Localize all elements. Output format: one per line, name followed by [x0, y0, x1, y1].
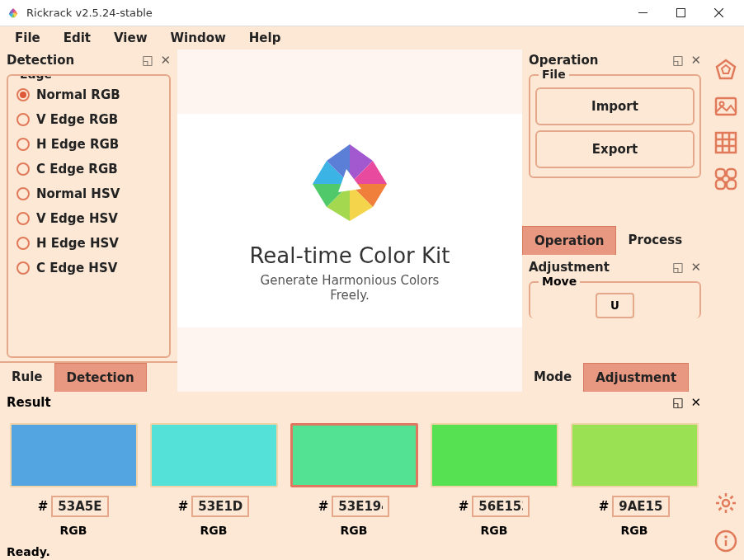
close-button[interactable]: [699, 1, 737, 26]
titlebar: Rickrack v2.5.24-stable: [0, 0, 744, 26]
radio-v-edge-hsv[interactable]: V Edge HSV: [13, 206, 164, 231]
wheel-tool-icon[interactable]: [712, 56, 740, 84]
radio-label: H Edge HSV: [36, 236, 119, 251]
svg-point-18: [723, 500, 729, 506]
menu-help[interactable]: Help: [239, 27, 291, 49]
rgb-label: RGB: [341, 524, 368, 537]
color-swatch[interactable]: [431, 423, 558, 487]
hash-label: #: [38, 499, 49, 514]
menu-file[interactable]: File: [5, 27, 50, 49]
radio-label: H Edge RGB: [36, 137, 119, 152]
svg-rect-6: [716, 98, 736, 115]
color-swatch[interactable]: [10, 423, 138, 487]
hex-input[interactable]: [332, 496, 389, 517]
dock-icon[interactable]: ◱: [672, 395, 684, 410]
detection-title: Detection: [7, 53, 142, 68]
radio-h-edge-rgb[interactable]: H Edge RGB: [13, 132, 164, 157]
close-icon[interactable]: ✕: [690, 260, 701, 275]
file-legend: File: [539, 68, 569, 81]
operation-title: Operation: [529, 53, 672, 68]
radio-label: Normal RGB: [36, 87, 120, 102]
minimize-button[interactable]: [624, 1, 662, 26]
adjustment-title: Adjustment: [529, 260, 672, 275]
export-button[interactable]: Export: [535, 130, 695, 168]
info-icon[interactable]: [712, 527, 740, 555]
operation-tabs: Operation Process: [522, 226, 708, 255]
svg-point-20: [724, 535, 728, 539]
radio-label: V Edge RGB: [36, 112, 118, 127]
svg-rect-1: [676, 9, 685, 17]
hex-input[interactable]: [51, 496, 109, 517]
radio-icon: [16, 138, 30, 151]
close-icon[interactable]: ✕: [690, 395, 701, 410]
radio-label: C Edge RGB: [36, 162, 118, 176]
swatch-3: #RGB: [431, 423, 558, 544]
move-legend: Move: [539, 275, 580, 288]
close-icon[interactable]: ✕: [690, 53, 701, 68]
center-view: Real-time Color Kit Generate Harmonious …: [177, 49, 522, 392]
color-swatch[interactable]: [150, 423, 278, 487]
svg-marker-4: [717, 60, 735, 78]
color-swatch[interactable]: [290, 423, 418, 487]
radio-icon: [16, 113, 30, 126]
result-title: Result: [7, 395, 672, 410]
grid-tool-icon[interactable]: [712, 129, 740, 157]
swatch-4: #RGB: [571, 423, 699, 544]
settings-icon[interactable]: [712, 489, 740, 517]
radio-normal-rgb[interactable]: Normal RGB: [13, 82, 164, 107]
rgb-label: RGB: [481, 524, 508, 537]
tab-adjustment[interactable]: Adjustment: [583, 363, 689, 392]
move-up-button[interactable]: U: [596, 293, 634, 318]
tab-process[interactable]: Process: [616, 226, 694, 255]
menubar: File Edit View Window Help: [0, 26, 744, 49]
radio-c-edge-rgb[interactable]: C Edge RGB: [13, 157, 164, 181]
menu-edit[interactable]: Edit: [54, 27, 101, 49]
hex-input[interactable]: [472, 496, 530, 517]
swatch-1: #RGB: [150, 423, 278, 544]
detection-panel: Detection ◱ ✕ Edge Normal RGBV Edge RGBH…: [0, 49, 177, 392]
center-title: Real-time Color Kit: [243, 243, 456, 268]
svg-marker-5: [722, 65, 730, 73]
file-group: File Import Export: [529, 74, 701, 178]
statusbar: Ready.: [0, 544, 708, 560]
radio-icon: [16, 162, 30, 176]
radio-icon: [16, 187, 30, 200]
rgb-label: RGB: [200, 524, 228, 537]
image-tool-icon[interactable]: [712, 92, 740, 120]
edge-group: Edge Normal RGBV Edge RGBH Edge RGBC Edg…: [7, 74, 171, 358]
depot-tool-icon[interactable]: [712, 165, 740, 193]
dock-icon[interactable]: ◱: [672, 260, 684, 275]
swatch-0: #RGB: [10, 423, 138, 544]
close-icon[interactable]: ✕: [160, 53, 171, 68]
color-swatch[interactable]: [571, 423, 699, 487]
hex-input[interactable]: [191, 496, 249, 517]
result-panel: Result ◱ ✕ #RGB#RGB#RGB#RGB#RGB: [0, 392, 708, 544]
center-subtitle: Generate Harmonious Colors Freely.: [243, 273, 456, 303]
tab-mode[interactable]: Mode: [522, 363, 583, 392]
tab-operation[interactable]: Operation: [522, 226, 616, 255]
svg-point-17: [723, 176, 729, 182]
radio-c-edge-hsv[interactable]: C Edge HSV: [13, 256, 164, 280]
menu-window[interactable]: Window: [161, 27, 236, 49]
rgb-label: RGB: [60, 524, 87, 537]
dock-icon[interactable]: ◱: [142, 53, 153, 68]
edge-legend: Edge: [16, 74, 55, 81]
tab-rule[interactable]: Rule: [0, 363, 54, 392]
radio-icon: [16, 212, 30, 225]
radio-label: Normal HSV: [36, 186, 120, 201]
maximize-button[interactable]: [662, 1, 699, 26]
hex-input[interactable]: [612, 496, 670, 517]
hash-label: #: [599, 499, 610, 514]
dock-icon[interactable]: ◱: [672, 53, 684, 68]
radio-v-edge-rgb[interactable]: V Edge RGB: [13, 107, 164, 132]
import-button[interactable]: Import: [535, 87, 695, 125]
menu-view[interactable]: View: [104, 27, 158, 49]
radio-h-edge-hsv[interactable]: H Edge HSV: [13, 231, 164, 256]
tab-detection[interactable]: Detection: [54, 363, 147, 392]
app-logo-icon: [7, 7, 20, 20]
adjustment-tabs: Mode Adjustment: [522, 363, 708, 392]
radio-icon: [16, 88, 30, 101]
radio-label: C Edge HSV: [36, 261, 117, 275]
radio-normal-hsv[interactable]: Normal HSV: [13, 181, 164, 206]
radio-icon: [16, 261, 30, 275]
